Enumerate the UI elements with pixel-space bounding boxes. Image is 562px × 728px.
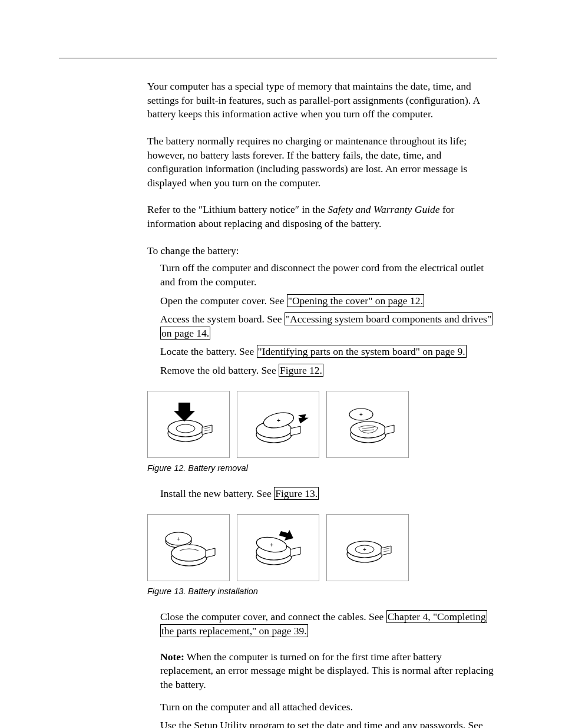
figure-caption: Figure 13. Battery installation <box>59 586 497 598</box>
body-content: Your computer has a special type of memo… <box>147 80 497 728</box>
cross-ref-link[interactable]: "Opening the cover" on page 12. <box>287 294 424 307</box>
svg-point-12 <box>351 421 386 438</box>
figure-panel: + <box>326 514 409 581</box>
paragraph: To change the battery: <box>147 244 497 258</box>
paragraph: Your computer has a special type of memo… <box>147 80 497 121</box>
step-item: Remove the old battery. See Figure 12. <box>160 364 497 378</box>
battery-removal-icon <box>156 398 221 451</box>
battery-install-icon: + <box>246 521 310 574</box>
svg-text:+: + <box>363 546 366 553</box>
paragraph: The battery normally requires no chargin… <box>147 134 497 190</box>
step-item: Access the system board. See "Accessing … <box>160 312 497 340</box>
figure-panel: + <box>237 514 319 581</box>
step-item: Install the new battery. See Figure 13. <box>160 487 497 501</box>
svg-text:+: + <box>277 417 280 424</box>
svg-text:+: + <box>177 536 180 542</box>
svg-point-1 <box>168 420 203 437</box>
figure-panel <box>147 391 230 458</box>
svg-point-19 <box>171 545 207 561</box>
steps-list: Turn off the computer and disconnect the… <box>160 261 497 377</box>
figure-panel: + <box>147 514 230 581</box>
doc-title: Safety and Warranty Guide <box>328 203 439 215</box>
step-item: Close the computer cover, and connect th… <box>160 610 497 638</box>
figure-panel: + <box>237 391 319 458</box>
text: Remove the old battery. See <box>160 364 279 376</box>
text: Use the Setup Utility program to set the… <box>160 719 483 728</box>
figure-caption: Figure 12. Battery removal <box>59 463 497 475</box>
header-rule <box>59 58 497 58</box>
cross-ref-link[interactable]: Chapter 4, "Completing <box>386 610 487 623</box>
paragraph: Refer to the ″Lithium battery notice″ in… <box>147 203 497 230</box>
cross-ref-link[interactable]: Figure 13. <box>274 487 319 500</box>
cross-ref-link[interactable]: on page 14. <box>160 327 210 340</box>
battery-removal-icon: + <box>246 398 310 451</box>
steps-list: Install the new battery. See Figure 13. <box>160 487 497 501</box>
step-item: Locate the battery. See "Identifying par… <box>160 345 497 359</box>
text: Locate the battery. See <box>160 345 257 357</box>
figure-panel: + <box>326 391 409 458</box>
text: Refer to the ″Lithium battery notice″ in… <box>147 203 328 215</box>
step-item: Turn off the computer and disconnect the… <box>160 261 497 289</box>
cross-ref-link[interactable]: "Identifying parts on the system board" … <box>257 345 467 358</box>
cross-ref-link[interactable]: Figure 12. <box>279 364 323 377</box>
battery-install-icon: + <box>335 521 400 574</box>
figure-12: + + <box>59 391 497 458</box>
step-item: Open the computer cover. See "Opening th… <box>160 294 497 308</box>
text: Close the computer cover, and connect th… <box>160 611 386 622</box>
note-label: Note: <box>160 651 184 663</box>
note-text: When the computer is turned on for the f… <box>160 651 494 690</box>
svg-text:+: + <box>270 541 273 548</box>
battery-install-icon: + <box>156 521 221 574</box>
note-block: Note: When the computer is turned on for… <box>160 650 497 692</box>
figure-13: + + <box>59 514 497 581</box>
step-item: Turn on the computer and all attached de… <box>160 700 497 714</box>
text: Install the new battery. See <box>160 487 274 499</box>
cross-ref-link[interactable]: the parts replacement," on page 39. <box>160 624 308 637</box>
step-item: Use the Setup Utility program to set the… <box>160 719 497 728</box>
battery-removal-icon: + <box>335 398 400 451</box>
svg-text:+: + <box>359 411 363 418</box>
text: Open the computer cover. See <box>160 295 287 307</box>
cross-ref-link[interactable]: "Accessing system board components and d… <box>285 312 492 325</box>
text: Access the system board. See <box>160 313 285 325</box>
steps-list: Close the computer cover, and connect th… <box>160 610 497 728</box>
